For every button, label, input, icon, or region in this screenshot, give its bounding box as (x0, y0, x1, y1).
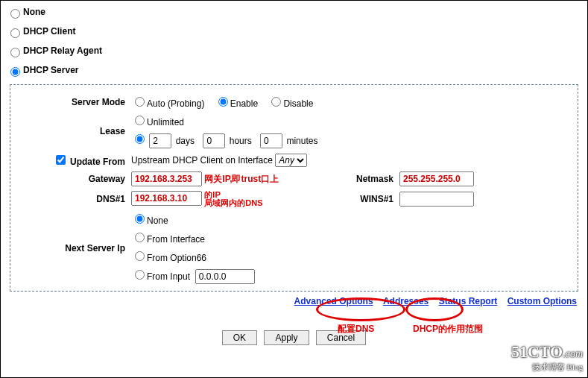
server-mode-label: Server Mode (16, 92, 128, 111)
next-server-option66-radio[interactable] (135, 251, 145, 261)
lease-unlimited-radio[interactable] (135, 116, 145, 125)
dns1-label: DNS#1 (16, 189, 128, 210)
addresses-annotation: DHCP的作用范围 (413, 323, 483, 336)
gateway-label: Gateway (16, 169, 128, 189)
mode-dhcp-relay-radio[interactable] (10, 48, 20, 57)
dns1-annotation: 局域网内的DNS (204, 199, 262, 207)
button-row: OK Apply Cancel (4, 330, 584, 345)
server-mode-enable-radio[interactable] (218, 97, 228, 107)
mode-dhcp-relay-label: DHCP Relay Agent (23, 45, 102, 56)
lease-custom-radio[interactable] (135, 134, 145, 144)
update-from-text: Upstream DHCP Client on Interface (131, 155, 273, 166)
mode-dhcp-server-label: DHCP Server (23, 65, 78, 75)
mode-dhcp-server-radio[interactable] (10, 67, 20, 77)
next-server-label: Next Server Ip (16, 210, 128, 286)
lease-hours-input[interactable] (203, 133, 225, 148)
wins1-input[interactable] (399, 192, 474, 207)
watermark: 51CTO.com 技术博客 Blog (511, 342, 583, 373)
mode-dhcp-client-radio[interactable] (10, 28, 20, 38)
apply-button[interactable]: Apply (264, 330, 309, 345)
mode-dhcp-client-label: DHCP Client (23, 26, 75, 37)
server-mode-auto-radio[interactable] (135, 97, 145, 107)
netmask-label: Netmask (337, 169, 396, 189)
mode-none-label: None (23, 7, 45, 17)
netmask-input[interactable] (399, 171, 474, 186)
lease-label: Lease (16, 111, 128, 151)
custom-options-link[interactable]: Custom Options (508, 296, 577, 306)
lease-days-input[interactable] (149, 133, 171, 148)
lease-minutes-input[interactable] (260, 133, 282, 148)
mode-none-radio[interactable] (10, 9, 20, 19)
gateway-annotation-1: 网关IP,即trust口上 (204, 174, 279, 184)
wins1-label: WINS#1 (337, 189, 396, 210)
server-mode-disable-radio[interactable] (271, 97, 281, 107)
advanced-options-link[interactable]: Advanced Options (294, 296, 373, 306)
dhcp-server-panel: Server Mode Auto (Probing) Enable Disabl… (10, 84, 578, 292)
next-server-input-radio[interactable] (135, 270, 145, 280)
update-from-checkbox[interactable] (56, 155, 66, 165)
next-server-none-radio[interactable] (135, 214, 145, 224)
next-server-input[interactable] (195, 269, 255, 284)
addresses-link[interactable]: Addresses (383, 296, 429, 306)
advanced-options-annotation: 配置DNS (338, 323, 374, 336)
next-server-interface-radio[interactable] (135, 233, 145, 242)
status-report-link[interactable]: Status Report (439, 296, 498, 306)
update-from-interface-select[interactable]: Any (275, 154, 307, 167)
dns1-input[interactable] (131, 191, 202, 206)
ok-button[interactable]: OK (222, 330, 257, 345)
gateway-input[interactable] (131, 171, 202, 186)
links-row: Advanced Options Addresses Status Report… (4, 296, 577, 306)
